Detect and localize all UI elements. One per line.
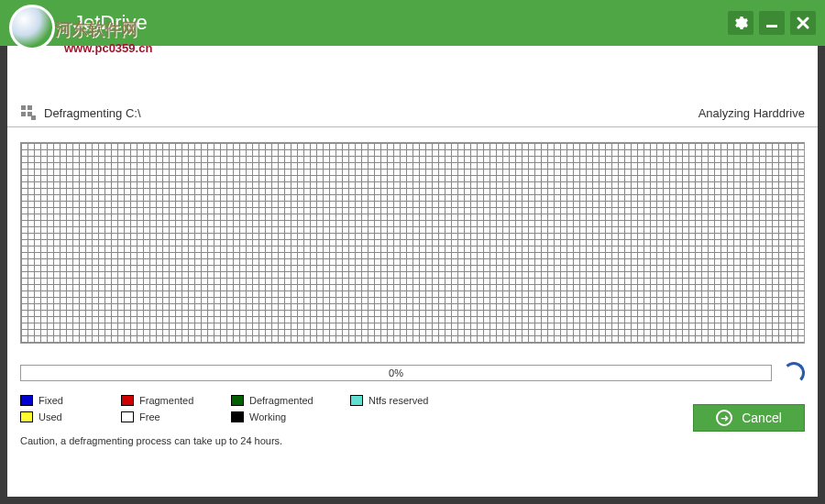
legend-fixed: Fixed — [20, 395, 121, 406]
legend-grid: Fixed Fragmented Defragmented Ntfs reser… — [20, 395, 805, 422]
arrow-right-icon: ➜ — [716, 410, 732, 426]
swatch-working — [231, 411, 244, 422]
svg-rect-0 — [21, 105, 26, 110]
minimize-button[interactable] — [759, 11, 785, 35]
caution-text: Caution, a defragmenting process can tak… — [7, 428, 818, 459]
titlebar: 河东软件网 www.pc0359.cn JetDrive — [0, 0, 825, 46]
swatch-ntfs-reserved — [350, 395, 363, 406]
legend-ntfs-reserved: Ntfs reserved — [350, 395, 488, 406]
legend-working-label: Working — [249, 411, 286, 422]
swatch-free — [121, 411, 134, 422]
swatch-fragmented — [121, 395, 134, 406]
legend-ntfs-reserved-label: Ntfs reserved — [368, 395, 428, 406]
grid-pattern — [21, 143, 804, 343]
watermark-text: 河东软件网 — [55, 18, 138, 40]
legend-used: Used — [20, 411, 121, 422]
status-row: Defragmenting C:\ Analyzing Harddrive — [7, 46, 818, 127]
legend-used-label: Used — [38, 411, 62, 422]
minimize-icon — [766, 25, 777, 27]
close-icon — [797, 16, 809, 29]
svg-rect-2 — [21, 112, 26, 116]
svg-rect-1 — [28, 105, 32, 110]
window-controls — [728, 11, 816, 35]
progress-percent: 0% — [389, 367, 403, 378]
legend-defragmented-label: Defragmented — [249, 395, 314, 406]
watermark-url: www.pc0359.cn — [64, 41, 152, 55]
swatch-used — [20, 411, 33, 422]
content-area: Defragmenting C:\ Analyzing Harddrive 0%… — [7, 46, 818, 497]
defrag-icon — [20, 104, 37, 121]
spinner-icon — [783, 362, 805, 384]
legend-fixed-label: Fixed — [38, 395, 63, 406]
defrag-grid — [20, 142, 805, 344]
status-left-text: Defragmenting C:\ — [44, 106, 141, 120]
close-button[interactable] — [790, 11, 816, 35]
gear-icon — [733, 16, 748, 30]
progress-bar: 0% — [20, 365, 772, 381]
legend-free-label: Free — [139, 411, 160, 422]
legend-area: Fixed Fragmented Defragmented Ntfs reser… — [7, 395, 818, 428]
app-window: 河东软件网 www.pc0359.cn JetDrive Defra — [0, 0, 825, 504]
legend-fragmented: Fragmented — [121, 395, 231, 406]
status-right-text: Analyzing Harddrive — [698, 106, 805, 120]
progress-row: 0% — [7, 355, 818, 395]
legend-defragmented: Defragmented — [231, 395, 350, 406]
settings-button[interactable] — [728, 11, 754, 35]
status-left: Defragmenting C:\ — [20, 104, 141, 121]
cancel-button-label: Cancel — [742, 411, 782, 425]
legend-free: Free — [121, 411, 231, 422]
cancel-button[interactable]: ➜ Cancel — [693, 404, 805, 432]
swatch-fixed — [20, 395, 33, 406]
legend-working: Working — [231, 411, 350, 422]
svg-rect-4 — [31, 115, 36, 120]
swatch-defragmented — [231, 395, 244, 406]
legend-fragmented-label: Fragmented — [139, 395, 193, 406]
